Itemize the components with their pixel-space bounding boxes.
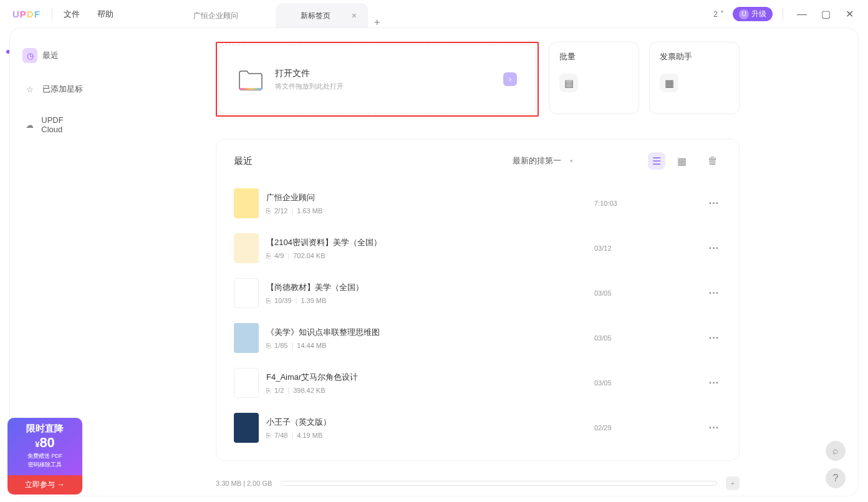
- invoice-icon: ▦: [660, 74, 678, 92]
- file-name: F4_Aimar艾马尔角色设计: [266, 372, 594, 383]
- notification-count[interactable]: 2 ˅: [708, 9, 729, 20]
- app-logo: UPDF: [12, 9, 41, 19]
- file-more-button[interactable]: ···: [706, 198, 721, 209]
- open-file-subtitle: 将文件拖放到此处打开: [275, 82, 344, 91]
- divider: [783, 8, 783, 21]
- grid-view-button[interactable]: ▦: [673, 152, 690, 170]
- new-tab-button[interactable]: +: [374, 17, 380, 28]
- file-more-button[interactable]: ···: [706, 332, 721, 344]
- close-icon[interactable]: ×: [352, 11, 357, 21]
- close-window-button[interactable]: ✕: [842, 7, 857, 22]
- file-meta: ⎘ 2/12 | 1.63 MB: [266, 207, 594, 215]
- search-button[interactable]: ⌕: [826, 441, 846, 461]
- file-info: 小王子（英文版） ⎘ 7/48 | 4.19 MB: [266, 417, 594, 439]
- tab-strip: 广恒企业顾问 新标签页 × +: [168, 0, 708, 28]
- help-button[interactable]: ?: [826, 468, 846, 488]
- file-thumbnail: [234, 368, 259, 398]
- menu-file[interactable]: 文件: [64, 9, 80, 20]
- action-cards-row: 打开文件 将文件拖放到此处打开 › 批量 ▤ 发票助手 ▦: [216, 42, 740, 117]
- file-row[interactable]: 广恒企业顾问 ⎘ 2/12 | 1.63 MB 7:10:03 ···: [225, 181, 730, 226]
- batch-card[interactable]: 批量 ▤: [549, 42, 639, 114]
- folder-icon: [238, 68, 264, 90]
- storage-bar: 3.30 MB | 2.00 GB +: [216, 475, 740, 492]
- file-thumbnail: [234, 233, 259, 263]
- divider: [52, 8, 52, 21]
- file-date: 02/29: [594, 424, 706, 432]
- trash-button[interactable]: 🗑: [704, 152, 721, 170]
- storage-progress: [281, 481, 717, 486]
- view-toggle-group: ☰ ▦ 🗑: [648, 152, 721, 170]
- open-file-card[interactable]: 打开文件 将文件拖放到此处打开 ›: [218, 44, 536, 114]
- tab-document[interactable]: 广恒企业顾问: [168, 3, 276, 28]
- pages-icon: ⎘: [266, 432, 271, 439]
- file-meta: ⎘ 1/2 | 398.42 KB: [266, 387, 594, 394]
- sort-dropdown[interactable]: 最新的排第一 ▾: [513, 155, 573, 167]
- list-view-button[interactable]: ☰: [648, 152, 665, 170]
- file-pages: 10/39: [274, 297, 292, 304]
- file-more-button[interactable]: ···: [706, 377, 721, 389]
- file-date: 03/05: [594, 289, 706, 297]
- promo-cta[interactable]: 立即参与 →: [7, 475, 82, 495]
- main-content: 打开文件 将文件拖放到此处打开 › 批量 ▤ 发票助手 ▦ 最近 最新的排第一: [97, 28, 858, 496]
- sidebar-item-cloud[interactable]: ☁ UPDF Cloud: [15, 110, 91, 139]
- file-size: 398.42 KB: [293, 387, 325, 394]
- file-row[interactable]: 小王子（英文版） ⎘ 7/48 | 4.19 MB 02/29 ···: [225, 405, 730, 450]
- sidebar-item-label: UPDF Cloud: [41, 115, 84, 134]
- file-meta: ⎘ 7/48 | 4.19 MB: [266, 432, 594, 439]
- sidebar-item-recent[interactable]: ◷ 最近: [15, 43, 91, 68]
- file-row[interactable]: 【2104密训资料】美学（全国） ⎘ 4/9 | 702.04 KB 03/12…: [225, 226, 730, 271]
- section-title: 最近: [234, 155, 513, 167]
- upgrade-button[interactable]: U升级: [733, 7, 773, 21]
- recent-panel: 最近 最新的排第一 ▾ ☰ ▦ 🗑 广恒企业顾问 ⎘ 2/12 | 1.63 M…: [216, 139, 740, 461]
- file-info: 广恒企业顾问 ⎘ 2/12 | 1.63 MB: [266, 192, 594, 215]
- file-pages: 1/2: [274, 387, 284, 394]
- file-meta: ⎘ 4/9 | 702.04 KB: [266, 252, 594, 259]
- menu-help[interactable]: 帮助: [97, 9, 113, 20]
- pages-icon: ⎘: [266, 297, 271, 304]
- minimize-button[interactable]: —: [794, 7, 809, 22]
- promo-headline: 限时直降: [14, 423, 76, 435]
- svg-rect-0: [239, 88, 262, 90]
- maximize-button[interactable]: ▢: [818, 7, 833, 22]
- pages-icon: ⎘: [266, 252, 271, 259]
- file-thumbnail: [234, 278, 259, 308]
- file-row[interactable]: 《美学》知识点串联整理思维图 ⎘ 1/85 | 14.44 MB 03/05 ·…: [225, 316, 730, 360]
- file-more-button[interactable]: ···: [706, 422, 721, 433]
- caret-down-icon: ▾: [570, 158, 573, 164]
- file-size: 1.39 MB: [301, 297, 326, 304]
- file-pages: 7/48: [274, 432, 287, 439]
- file-info: 《美学》知识点串联整理思维图 ⎘ 1/85 | 14.44 MB: [266, 327, 594, 349]
- add-storage-button[interactable]: +: [726, 476, 740, 490]
- file-row[interactable]: F4_Aimar艾马尔角色设计 ⎘ 1/2 | 398.42 KB 03/05 …: [225, 360, 730, 405]
- promo-card[interactable]: 限时直降 ¥80 免费赠送 PDF 密码移除工具 立即参与 →: [7, 418, 82, 495]
- promo-sub: 免费赠送 PDF: [14, 452, 76, 460]
- file-meta: ⎘ 10/39 | 1.39 MB: [266, 297, 594, 304]
- file-more-button[interactable]: ···: [706, 287, 721, 299]
- cloud-icon: ☁: [22, 117, 36, 132]
- promo-sub: 密码移除工具: [14, 461, 76, 469]
- file-date: 03/05: [594, 379, 706, 387]
- file-date: 03/12: [594, 244, 706, 252]
- file-row[interactable]: 【尚德教材】美学（全国） ⎘ 10/39 | 1.39 MB 03/05 ···: [225, 271, 730, 316]
- file-thumbnail: [234, 188, 259, 218]
- batch-icon: ▤: [559, 74, 578, 92]
- file-info: 【2104密训资料】美学（全国） ⎘ 4/9 | 702.04 KB: [266, 237, 594, 259]
- tab-new[interactable]: 新标签页 ×: [276, 3, 368, 28]
- file-pages: 4/9: [274, 252, 284, 259]
- file-size: 4.19 MB: [297, 432, 322, 439]
- pages-icon: ⎘: [266, 342, 271, 349]
- titlebar: UPDF 文件 帮助 广恒企业顾问 新标签页 × + 2 ˅ U升级 — ▢ ✕: [0, 0, 868, 28]
- invoice-card[interactable]: 发票助手 ▦: [649, 42, 740, 114]
- card-title: 发票助手: [660, 51, 729, 62]
- chevron-down-icon: ˅: [720, 10, 724, 19]
- window-controls-group: 2 ˅ U升级 — ▢ ✕: [708, 7, 857, 22]
- file-more-button[interactable]: ···: [706, 243, 721, 254]
- file-size: 14.44 MB: [297, 342, 326, 349]
- file-pages: 2/12: [274, 207, 287, 215]
- file-info: 【尚德教材】美学（全国） ⎘ 10/39 | 1.39 MB: [266, 282, 594, 304]
- sidebar-item-starred[interactable]: ☆ 已添加星标: [15, 77, 91, 102]
- file-name: 【2104密训资料】美学（全国）: [266, 237, 594, 248]
- file-meta: ⎘ 1/85 | 14.44 MB: [266, 342, 594, 349]
- file-thumbnail: [234, 323, 259, 353]
- file-pages: 1/85: [274, 342, 287, 349]
